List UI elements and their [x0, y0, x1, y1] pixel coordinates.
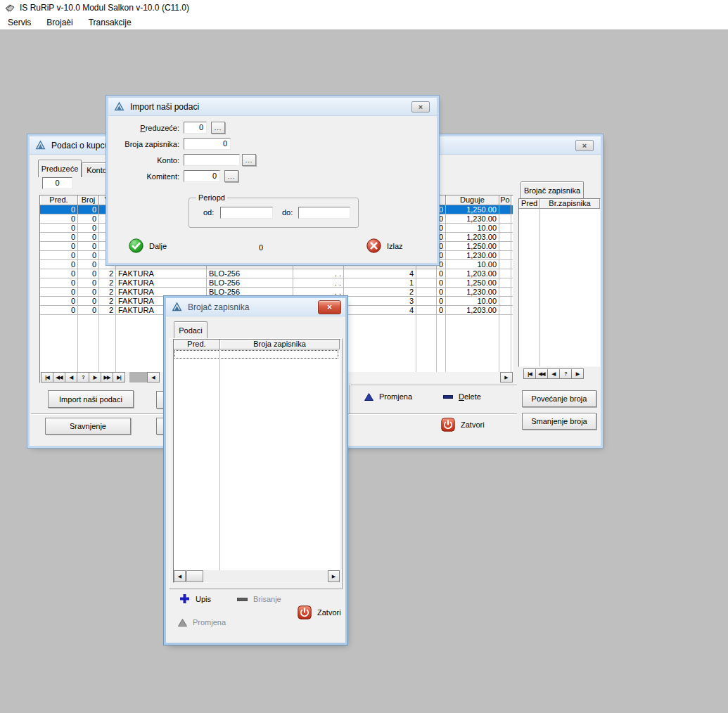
- nav-last-icon[interactable]: ▶|: [113, 372, 125, 383]
- table-cell: 2: [99, 288, 116, 296]
- close-icon[interactable]: ×: [318, 300, 341, 314]
- scroll-left-icon[interactable]: ◀: [174, 570, 186, 582]
- table-cell: 0: [437, 269, 446, 278]
- upis-button[interactable]: Upis: [179, 593, 211, 604]
- scroll-left-icon[interactable]: ◀: [147, 372, 160, 383]
- table-cell: FAKTURA: [116, 269, 207, 278]
- delete-button[interactable]: Delete: [443, 392, 481, 401]
- nav-refresh-icon[interactable]: ?: [559, 368, 572, 379]
- sravnjenje-button[interactable]: Sravnjenje: [45, 418, 131, 435]
- povecanje-broja-button[interactable]: Povećanje broja: [522, 390, 596, 407]
- app-title: IS RuRiP v-10.0 Modul Salkon v-10.0 (C11…: [20, 3, 189, 13]
- komitent-field[interactable]: 0: [184, 170, 220, 182]
- close-icon[interactable]: ×: [575, 140, 594, 151]
- nav-prev-icon[interactable]: ◀: [65, 372, 77, 383]
- power-icon: [441, 418, 455, 432]
- column-header[interactable]: Po: [499, 195, 511, 205]
- smanjenje-broja-button[interactable]: Smanjenje broja: [522, 413, 596, 430]
- period-group: Periopd od: do:: [189, 198, 359, 228]
- tab-brojac-zapisnika[interactable]: Brojač zapisnika: [521, 181, 584, 199]
- column-header[interactable]: Pred.: [174, 340, 220, 349]
- preduzece-lookup-button[interactable]: ...: [211, 122, 225, 134]
- column-header[interactable]: Pred.: [40, 195, 78, 205]
- hidden-button-sliver-2[interactable]: [156, 418, 166, 435]
- table-cell: 3: [344, 297, 416, 305]
- nav-fast-prev-icon[interactable]: ◀◀: [535, 368, 548, 379]
- app-logo-icon: [114, 101, 124, 112]
- izlaz-button[interactable]: Izlaz: [366, 238, 403, 253]
- tab-podaci[interactable]: Podaci: [174, 321, 207, 339]
- brojac-grid[interactable]: Pred. Broja zapisnika ◀ ▶: [173, 339, 340, 583]
- table-cell: 0: [40, 278, 78, 287]
- nav-next-icon[interactable]: ▶: [571, 368, 584, 379]
- column-header[interactable]: [437, 195, 446, 205]
- window-title: Brojač zapisnika: [188, 302, 249, 312]
- table-cell: FAKTURA: [116, 288, 207, 296]
- close-icon[interactable]: ×: [411, 101, 430, 113]
- brisanje-button[interactable]: Brisanje: [237, 595, 281, 603]
- scroll-thumb[interactable]: [186, 570, 203, 582]
- import-nasi-podaci-button[interactable]: Import naši podaci: [48, 390, 134, 408]
- table-cell: 0: [40, 242, 78, 250]
- konto-lookup-button[interactable]: ...: [242, 154, 256, 166]
- scroll-right-icon[interactable]: ▶: [500, 372, 513, 383]
- table-cell: [499, 214, 511, 223]
- zatvori-button[interactable]: Zatvori: [441, 418, 485, 432]
- menu-item-servis[interactable]: Servis: [0, 15, 39, 30]
- import-title-bar[interactable]: Import naši podaci: [108, 98, 437, 116]
- hscroll-track-left[interactable]: [129, 372, 147, 383]
- nav-first-icon[interactable]: |◀: [523, 368, 536, 379]
- od-field[interactable]: [220, 207, 273, 219]
- brojac-panel-grid[interactable]: Pred Br.zapisnika: [518, 198, 601, 367]
- column-header[interactable]: Duguje: [446, 195, 499, 205]
- tab-preduzece[interactable]: Preduzeće: [38, 160, 82, 177]
- period-group-label: Periopd: [196, 193, 227, 202]
- table-row[interactable]: 002FAKTURABLO-256. .101,250.00: [40, 278, 513, 288]
- preduzece-field[interactable]: 0: [184, 122, 207, 134]
- table-cell: 0: [78, 297, 99, 305]
- nav-first-icon[interactable]: |◀: [41, 372, 53, 383]
- table-cell: 0: [40, 214, 78, 223]
- broja-zapisnika-field[interactable]: 0: [184, 138, 231, 150]
- od-label: od:: [203, 208, 214, 217]
- table-cell: . .: [293, 288, 344, 296]
- table-cell: 0: [40, 233, 78, 241]
- nav-next-icon[interactable]: ▶: [89, 372, 101, 383]
- table-cell: [499, 205, 511, 214]
- nav-fast-prev-icon[interactable]: ◀◀: [53, 372, 65, 383]
- menu-item-transakcije[interactable]: Transakcije: [81, 15, 139, 30]
- nav-prev-icon[interactable]: ◀: [547, 368, 560, 379]
- komitent-lookup-button[interactable]: ...: [224, 170, 238, 182]
- menu-item-brojaci[interactable]: Brojaèi: [39, 15, 80, 30]
- konto-field[interactable]: [184, 154, 240, 166]
- table-row[interactable]: 002FAKTURABLO-256. .201,230.00: [40, 288, 513, 297]
- tab-konto[interactable]: Konto: [82, 162, 112, 177]
- column-header[interactable]: Broj: [78, 195, 99, 205]
- table-row[interactable]: 002FAKTURABLO-256. .401,203.00: [40, 269, 513, 278]
- scroll-right-icon[interactable]: ▶: [328, 570, 340, 582]
- table-cell: 0: [78, 233, 99, 241]
- table-cell: FAKTURA: [116, 278, 207, 287]
- table-cell: 1,203.00: [446, 233, 499, 241]
- brojac-grid-hscrollbar: ◀ ▶: [174, 570, 340, 582]
- nav-fast-next-icon[interactable]: ▶▶: [101, 372, 113, 383]
- column-header[interactable]: Broja zapisnika: [220, 340, 340, 349]
- table-cell: 0: [40, 205, 78, 214]
- plus-icon: [179, 593, 190, 604]
- focused-empty-row[interactable]: [174, 350, 338, 359]
- promjena-button[interactable]: Promjena: [178, 618, 226, 627]
- check-circle-icon: [129, 238, 143, 253]
- hidden-button-sliver-1[interactable]: [156, 391, 166, 409]
- zatvori-button[interactable]: Zatvori: [298, 605, 341, 619]
- triangle-up-icon: [364, 393, 373, 401]
- table-cell: 0: [78, 288, 99, 296]
- table-cell: 2: [99, 306, 116, 314]
- do-field[interactable]: [298, 207, 350, 219]
- column-header[interactable]: Br.zapisnika: [540, 199, 600, 209]
- nav-refresh-icon[interactable]: ?: [77, 372, 89, 383]
- dalje-button[interactable]: Dalje: [129, 238, 167, 253]
- column-header[interactable]: Pred: [519, 199, 540, 209]
- promjena-button[interactable]: Promjena: [364, 392, 412, 401]
- table-cell: BLO-256: [207, 278, 293, 287]
- preduzece-filter-input[interactable]: 0: [42, 177, 72, 189]
